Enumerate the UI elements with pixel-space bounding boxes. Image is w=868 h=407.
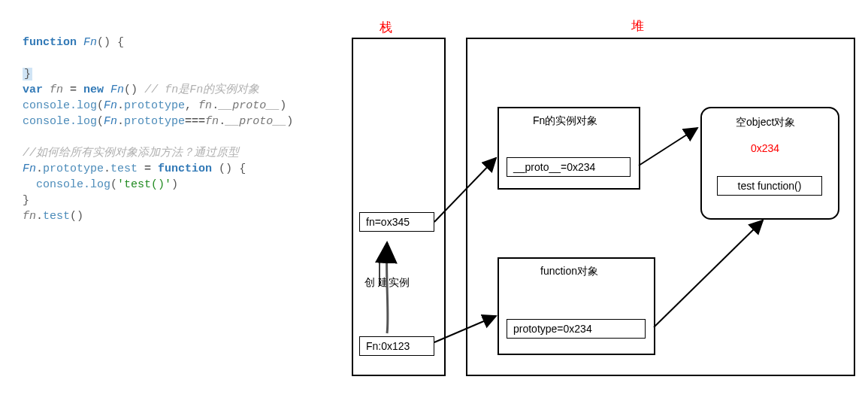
create-instance-label: 创 建实例 (364, 276, 410, 290)
function-proto-box: prototype=0x234 (507, 319, 646, 339)
instance-proto-box: __proto__=0x234 (507, 157, 631, 177)
empty-object-box: 空object对象 0x234 test function() (700, 107, 839, 220)
function-box: function对象 prototype=0x234 (498, 257, 655, 355)
fn-ptr-box: Fn:0x123 (359, 336, 434, 356)
memory-diagram: 栈 fn=ox345 创 建实例 Fn:0x123 堆 Fn的实例对象 __pr… (346, 19, 864, 387)
instance-box: Fn的实例对象 __proto__=0x234 (498, 107, 640, 190)
stack-box: fn=ox345 创 建实例 Fn:0x123 (352, 38, 446, 376)
test-fn-box: test function() (717, 176, 822, 196)
fn-name: Fn (83, 36, 97, 49)
close-brace: } (23, 68, 32, 80)
fn-var-box: fn=ox345 (359, 212, 434, 232)
kw-function: function (23, 36, 77, 49)
code-block: function Fn() { } var fn = new Fn() // f… (23, 19, 293, 224)
empty-title: 空object对象 (736, 116, 795, 129)
heap-box: Fn的实例对象 __proto__=0x234 function对象 proto… (466, 38, 855, 376)
empty-addr: 0x234 (751, 142, 779, 154)
instance-title: Fn的实例对象 (533, 114, 597, 128)
stack-title: 栈 (380, 19, 392, 36)
heap-title: 堆 (631, 17, 644, 35)
function-title: function对象 (540, 265, 598, 278)
kw-var: var (23, 84, 43, 96)
